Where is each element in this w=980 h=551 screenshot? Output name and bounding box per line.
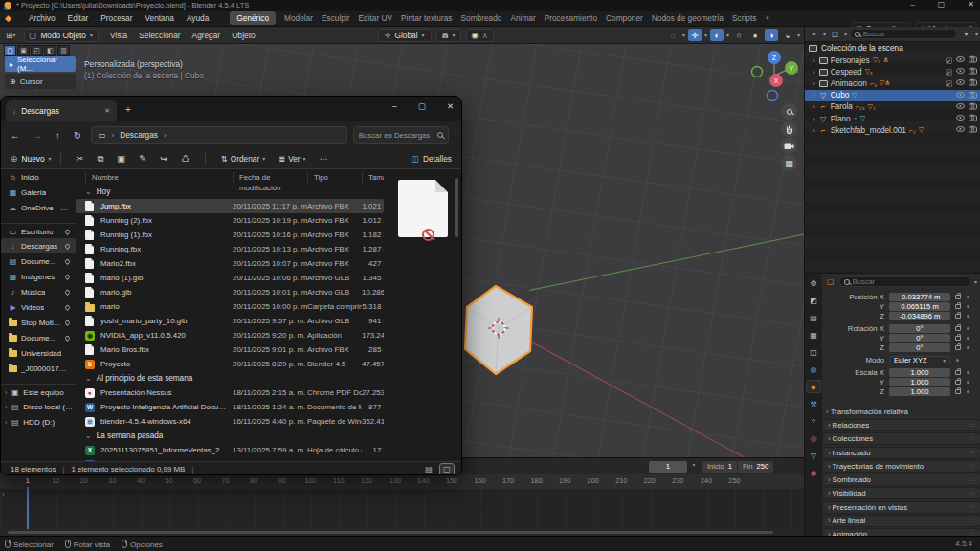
column-header[interactable]: Tamaño (362, 172, 384, 183)
pan-hand-icon[interactable] (781, 121, 797, 137)
thumbnail-view-icon[interactable]: ▢ (440, 464, 454, 475)
field-value[interactable]: 0° (889, 324, 950, 333)
animate-dot-icon[interactable] (967, 296, 969, 298)
new-button[interactable]: ⊕ Nuevo ▾ (11, 154, 52, 164)
lock-icon[interactable] (955, 295, 961, 299)
properties-tab-icon[interactable]: ◫ (807, 346, 820, 358)
explorer-search-input[interactable] (359, 131, 434, 140)
field-value[interactable]: 0° (889, 343, 950, 352)
details-toggle[interactable]: ◫ Detalles (412, 154, 452, 164)
workspace-tab[interactable]: Genérico (230, 11, 276, 25)
sidebar-item[interactable]: ↓ Descargas (1, 238, 76, 253)
file-row[interactable]: Al principio de esta semana (76, 371, 384, 386)
outliner-display-icon[interactable]: ◫ (829, 29, 841, 39)
overlays-icon[interactable]: ◌ (666, 29, 679, 41)
menu-item[interactable]: Ventana (145, 13, 173, 23)
file-row[interactable]: mario 20/11/2025 10:00 p. m. Carpeta com… (76, 299, 384, 314)
sidebar-item[interactable]: › ▣ Este equipo (1, 384, 76, 399)
field-value[interactable]: 0.065115 m (889, 302, 950, 311)
hide-eye-icon[interactable] (956, 125, 965, 135)
timeline-scrollbar[interactable] (8, 531, 773, 534)
menu-item[interactable]: Archivo (29, 13, 56, 23)
editor-type-icon[interactable]: ⊞ (6, 31, 13, 40)
render-camera-icon[interactable] (969, 125, 977, 135)
properties-search-input[interactable] (853, 277, 967, 286)
sidebar-item[interactable]: › ▤ Disco local (C:) (1, 399, 76, 414)
workspace-tab[interactable]: Esculpir (322, 13, 350, 23)
workspace-tab[interactable]: Modelar (284, 13, 313, 23)
navigation-gizmo[interactable]: Z Y X (745, 46, 804, 103)
file-row[interactable]: La semana pasada (76, 429, 384, 443)
group-header-label[interactable]: Hoy (97, 187, 111, 196)
sidebar-item[interactable]: ⌂ Inicio (1, 169, 76, 185)
menu-item[interactable]: Ayuda (187, 13, 209, 23)
sidebar-item[interactable]: ☁ OneDrive - Pers (1, 200, 76, 215)
outliner-search[interactable] (850, 29, 957, 39)
properties-context-icon[interactable]: ▢ (824, 276, 836, 287)
properties-tab-icon[interactable]: ◩ (807, 295, 820, 306)
more-button[interactable]: ⋯ (320, 153, 329, 164)
sidebar-item[interactable]: ▭ Escritorio (1, 223, 76, 238)
minimize-button[interactable]: – (910, 0, 914, 9)
current-frame-field[interactable]: 1 (649, 461, 687, 473)
close-button[interactable]: ✕ (968, 0, 974, 9)
menu-item[interactable]: Editar (68, 13, 89, 23)
crumb-folder[interactable]: Descargas (120, 130, 158, 140)
render-camera-icon[interactable] (969, 55, 977, 65)
sidebar-item[interactable]: ♪ Música (1, 284, 76, 299)
cube-object[interactable] (457, 282, 546, 382)
hide-eye-icon[interactable] (956, 55, 965, 65)
expand-chevron-icon[interactable]: › (5, 389, 7, 396)
hide-eye-icon[interactable] (956, 78, 965, 88)
file-row[interactable]: ◉ NVIDIA_app_v11.0.5.420 20/11/2025 9:20… (76, 328, 384, 342)
collapsed-section[interactable]: Relaciones (822, 419, 980, 431)
animate-dot-icon[interactable] (967, 337, 969, 340)
file-row[interactable]: mario.glb 20/11/2025 10:01 p. m. Archivo… (76, 285, 384, 299)
file-row[interactable]: Mario2.fbx 20/11/2025 10:07 p. m. Archiv… (76, 256, 384, 271)
sidebar-item[interactable]: › ▤ HDD (D:) (1, 414, 76, 430)
properties-tab-icon[interactable]: ◉ (807, 467, 820, 478)
viewport-menu-item[interactable]: Seleccionar (139, 31, 180, 40)
file-row[interactable]: W Proyecto Inteligencia Artificial Docum… (76, 400, 384, 414)
field-value[interactable]: 1.000 (889, 387, 950, 396)
selectable-checkbox[interactable]: ✓ (946, 69, 952, 76)
workspace-tab[interactable]: Componer (606, 13, 643, 23)
forward-button[interactable]: → (33, 130, 43, 141)
selectable-checkbox[interactable]: ✓ (946, 57, 952, 64)
animate-dot-icon[interactable] (967, 390, 969, 393)
outliner-item[interactable]: ⌐ Sketchfab_model.001 ⌐₂ ▽ ✓ (805, 124, 980, 136)
file-row[interactable]: Running.fbx 20/11/2025 10:13 p. m. Archi… (76, 242, 384, 256)
back-button[interactable]: ← (11, 130, 20, 141)
frame-start-field[interactable]: Inicio 1 (702, 461, 738, 473)
blender-app-menu-icon[interactable]: ◆ (5, 13, 11, 23)
animate-dot-icon[interactable] (967, 371, 969, 374)
collapsed-section[interactable]: Colecciones (822, 432, 980, 445)
collapsed-section[interactable]: Trayectorias de movimiento (822, 460, 980, 473)
group-header-label[interactable]: La semana pasada (97, 431, 164, 440)
sidebar-item[interactable]: ▦ Galería (1, 185, 76, 200)
outliner-item[interactable]: ▽ Cubo ▽ ✓ (805, 90, 980, 101)
field-value[interactable]: 1.000 (889, 378, 950, 386)
hide-eye-icon[interactable] (956, 67, 965, 77)
viewport-menu-item[interactable]: Agregar (192, 31, 221, 40)
viewport-menu-item[interactable]: Vista (110, 31, 127, 40)
filter-funnel-icon[interactable]: ▼ (960, 29, 972, 39)
render-camera-icon[interactable] (969, 67, 977, 77)
details-view-icon[interactable]: ▤ (422, 464, 435, 475)
new-tab-button[interactable]: + (125, 104, 131, 115)
file-row[interactable]: mario (1).glb 20/11/2025 10:06 p. m. Arc… (76, 271, 384, 285)
render-camera-icon[interactable] (969, 78, 977, 88)
shading-material-icon[interactable]: ◑ (765, 29, 778, 41)
channel-expand-arrow[interactable]: › (2, 490, 5, 498)
sidebar-item[interactable]: ▶ Videos (1, 299, 76, 315)
file-row[interactable]: Jump.fbx 20/11/2025 11:17 p. m. Archivo … (76, 199, 384, 213)
panel-collapse-arrow[interactable]: ‹ (796, 67, 799, 76)
expand-chevron-icon[interactable]: › (5, 419, 7, 426)
camera-view-icon[interactable] (781, 138, 797, 154)
collapsed-section[interactable]: Instanciado (822, 447, 980, 459)
outliner-search-input[interactable] (863, 30, 952, 38)
lock-icon[interactable] (955, 336, 961, 341)
workspace-tab[interactable]: Scripts (732, 13, 756, 23)
animate-dot-icon[interactable] (967, 315, 969, 318)
properties-tab-icon[interactable]: ⁘ (807, 415, 820, 427)
